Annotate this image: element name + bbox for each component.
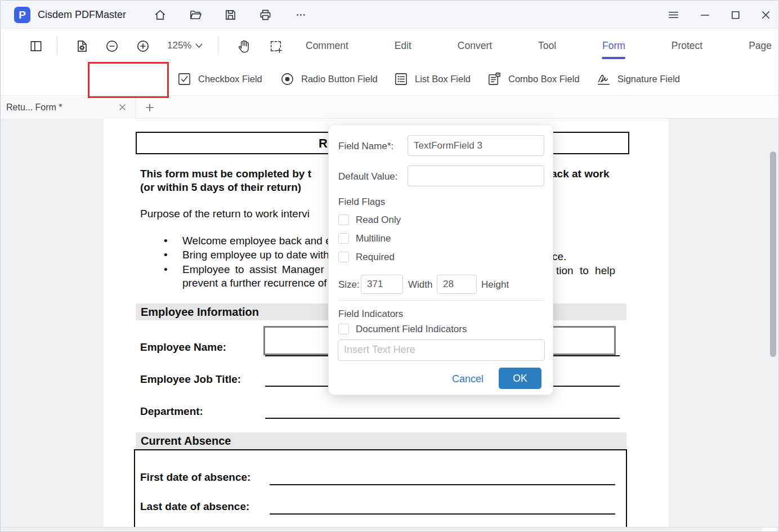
field-name-label: Field Name*: xyxy=(338,141,393,152)
signature-field-button[interactable]: Signature Field xyxy=(596,62,680,95)
horizontal-scrollbar-track xyxy=(1,527,779,532)
combo-box-field-icon xyxy=(487,71,502,87)
field-flags-label: Field Flags xyxy=(338,196,385,208)
width-input[interactable] xyxy=(361,275,403,294)
marquee-select-icon[interactable] xyxy=(267,38,284,55)
label-first-date: First date of absence: xyxy=(140,471,250,484)
print-icon[interactable] xyxy=(257,6,274,23)
default-value-input[interactable] xyxy=(408,166,544,186)
signature-field-icon xyxy=(596,71,611,87)
zoom-out-icon[interactable] xyxy=(104,38,120,55)
bullet-glyph: • xyxy=(164,249,168,261)
new-tab-icon[interactable] xyxy=(144,101,156,114)
size-label: Size: xyxy=(338,279,360,290)
list-box-field-label: List Box Field xyxy=(415,74,471,84)
checkbox-field-label: Checkbox Field xyxy=(198,74,262,84)
vertical-scrollbar-thumb[interactable] xyxy=(770,151,776,357)
default-value-label: Default Value: xyxy=(338,171,398,182)
app-logo: P xyxy=(14,7,30,23)
titlebar: P Cisdem PDFMaster xyxy=(1,1,779,29)
hamburger-menu-icon[interactable] xyxy=(665,6,682,23)
zoom-level-dropdown[interactable]: 125% xyxy=(167,29,203,62)
radio-button-field-icon xyxy=(280,71,295,87)
checkbox-field-icon xyxy=(177,71,192,87)
label-department: Department: xyxy=(140,405,203,418)
section-current-absence: Current Absence xyxy=(136,432,626,449)
label-employee-job-title: Employee Job Title: xyxy=(140,373,241,386)
menu-page[interactable]: Page xyxy=(747,30,773,61)
department-line xyxy=(265,418,620,419)
indicator-text-input[interactable] xyxy=(338,339,545,361)
menu-tool[interactable]: Tool xyxy=(537,30,557,61)
form-tools-toolbar: T Text Field Checkbox Field Radio Button… xyxy=(1,62,779,95)
hand-tool-icon[interactable] xyxy=(236,38,253,55)
document-field-indicators-checkbox[interactable] xyxy=(338,324,349,334)
tab-title: Retu... Form * xyxy=(6,102,62,113)
bullet-2-right: ce. xyxy=(552,251,566,263)
sidebar-toggle-icon[interactable] xyxy=(28,38,44,55)
combo-box-field-label: Combo Box Field xyxy=(508,74,580,84)
bullet-3-right: tion to help xyxy=(556,265,615,277)
ok-button[interactable]: OK xyxy=(499,368,541,389)
menu-edit[interactable]: Edit xyxy=(393,30,413,61)
multiline-label: Multiline xyxy=(356,233,391,244)
main-toolbar: 125% Comment Edit Convert Tool Form Prot… xyxy=(1,29,779,62)
doc-intro-line2: (or within 5 days of their return) xyxy=(140,181,301,194)
maximize-icon[interactable] xyxy=(727,6,744,23)
list-box-field-icon xyxy=(393,71,409,87)
menu-protect[interactable]: Protect xyxy=(670,30,704,61)
menu-convert[interactable]: Convert xyxy=(456,30,493,61)
label-employee-name: Employee Name: xyxy=(140,341,226,354)
radio-button-field-label: Radio Button Field xyxy=(301,74,378,84)
field-indicators-label: Field Indicators xyxy=(338,309,403,320)
app-title: Cisdem PDFMaster xyxy=(38,1,126,29)
document-tabbar: Retu... Form * xyxy=(1,95,779,119)
zoom-level-value: 125% xyxy=(167,40,191,51)
text-field-properties-dialog: Field Name*: Default Value: Field Flags … xyxy=(328,124,553,395)
read-only-checkbox[interactable] xyxy=(338,214,349,225)
doc-intro-line1: This form must be completed by t xyxy=(140,168,311,180)
current-absence-box xyxy=(134,449,627,527)
document-tab[interactable]: Retu... Form * xyxy=(1,96,136,119)
list-box-field-button[interactable]: List Box Field xyxy=(393,62,471,95)
open-folder-icon[interactable] xyxy=(187,6,204,23)
save-icon[interactable] xyxy=(222,6,239,23)
menu-form[interactable]: Form xyxy=(601,30,626,61)
scrollbar-corner xyxy=(762,527,776,532)
radio-button-field-button[interactable]: Radio Button Field xyxy=(280,62,378,95)
close-window-icon[interactable] xyxy=(757,6,774,23)
last-date-line xyxy=(270,513,615,515)
dialog-divider xyxy=(338,300,544,301)
required-checkbox[interactable] xyxy=(338,252,349,262)
bullet-glyph: • xyxy=(164,235,168,247)
required-label: Required xyxy=(356,252,395,263)
label-last-date: Last date of absence: xyxy=(140,500,249,513)
minimize-icon[interactable] xyxy=(696,6,713,23)
more-icon[interactable] xyxy=(292,6,309,23)
toolbar-divider xyxy=(218,36,218,55)
combo-box-field-button[interactable]: Combo Box Field xyxy=(487,62,580,95)
bullet-3: Employee to assist Manager t xyxy=(182,263,332,276)
chevron-down-icon xyxy=(195,43,203,48)
read-only-label: Read Only xyxy=(356,214,401,226)
menu-comment[interactable]: Comment xyxy=(305,30,350,61)
cancel-button[interactable]: Cancel xyxy=(444,371,492,387)
bullet-3-wrap: prevent a further recurrence of s xyxy=(182,277,335,289)
main-menu: Comment Edit Convert Tool Form Protect P… xyxy=(305,29,773,62)
page-setup-icon[interactable] xyxy=(74,38,91,55)
height-label: Height xyxy=(481,279,509,290)
width-label: Width xyxy=(408,279,432,290)
checkbox-field-button[interactable]: Checkbox Field xyxy=(177,62,262,95)
zoom-in-icon[interactable] xyxy=(135,38,151,55)
height-input[interactable] xyxy=(437,275,477,294)
field-name-input[interactable] xyxy=(408,135,544,156)
tab-close-icon[interactable] xyxy=(117,102,128,113)
home-icon[interactable] xyxy=(151,6,168,23)
doc-intro-line1-right: ack at work xyxy=(551,168,610,180)
multiline-checkbox[interactable] xyxy=(338,233,349,244)
app-window: P Cisdem PDFMaster xyxy=(0,0,779,532)
signature-field-label: Signature Field xyxy=(617,74,680,84)
logo-letter: P xyxy=(19,9,26,21)
doc-title: Return xyxy=(137,136,359,151)
doc-purpose: Purpose of the return to work intervi xyxy=(140,208,310,220)
